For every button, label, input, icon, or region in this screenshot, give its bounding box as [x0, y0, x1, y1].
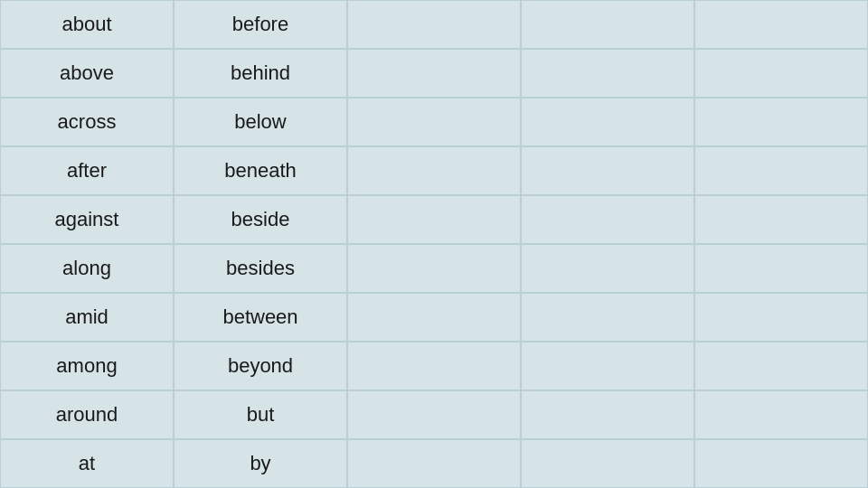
cell-besides: besides [174, 244, 347, 293]
cell-before: before [174, 0, 347, 49]
cell-beside: beside [174, 195, 347, 244]
cell-but: but [174, 390, 347, 439]
cell-empty-r4-c3 [521, 195, 694, 244]
cell-empty-r3-c2 [347, 146, 521, 195]
cell-across: across [0, 98, 174, 146]
cell-empty-r2-c3 [521, 98, 694, 146]
cell-beyond: beyond [174, 342, 347, 390]
cell-empty-r5-c4 [694, 244, 868, 293]
cell-empty-r8-c2 [347, 390, 521, 439]
cell-empty-r2-c2 [347, 98, 521, 146]
cell-among: among [0, 342, 174, 390]
cell-around: around [0, 390, 174, 439]
cell-empty-r6-c4 [694, 293, 868, 342]
cell-empty-r0-c2 [347, 0, 521, 49]
cell-empty-r4-c2 [347, 195, 521, 244]
cell-against: against [0, 195, 174, 244]
cell-empty-r7-c4 [694, 342, 868, 390]
cell-empty-r2-c4 [694, 98, 868, 146]
cell-empty-r7-c3 [521, 342, 694, 390]
cell-about: about [0, 0, 174, 49]
cell-between: between [174, 293, 347, 342]
cell-below: below [174, 98, 347, 146]
word-grid: aboutbeforeabovebehindacrossbelowafterbe… [0, 0, 868, 488]
cell-empty-r8-c4 [694, 390, 868, 439]
cell-by: by [174, 439, 347, 488]
cell-above: above [0, 49, 174, 98]
cell-empty-r5-c2 [347, 244, 521, 293]
cell-empty-r3-c3 [521, 146, 694, 195]
cell-empty-r0-c4 [694, 0, 868, 49]
cell-empty-r6-c3 [521, 293, 694, 342]
cell-empty-r8-c3 [521, 390, 694, 439]
cell-empty-r4-c4 [694, 195, 868, 244]
cell-empty-r1-c2 [347, 49, 521, 98]
cell-empty-r9-c3 [521, 439, 694, 488]
cell-along: along [0, 244, 174, 293]
cell-empty-r3-c4 [694, 146, 868, 195]
cell-beneath: beneath [174, 146, 347, 195]
cell-after: after [0, 146, 174, 195]
cell-amid: amid [0, 293, 174, 342]
cell-behind: behind [174, 49, 347, 98]
cell-empty-r7-c2 [347, 342, 521, 390]
cell-empty-r9-c4 [694, 439, 868, 488]
cell-empty-r6-c2 [347, 293, 521, 342]
cell-empty-r9-c2 [347, 439, 521, 488]
cell-empty-r1-c4 [694, 49, 868, 98]
cell-empty-r0-c3 [521, 0, 694, 49]
cell-at: at [0, 439, 174, 488]
cell-empty-r1-c3 [521, 49, 694, 98]
cell-empty-r5-c3 [521, 244, 694, 293]
